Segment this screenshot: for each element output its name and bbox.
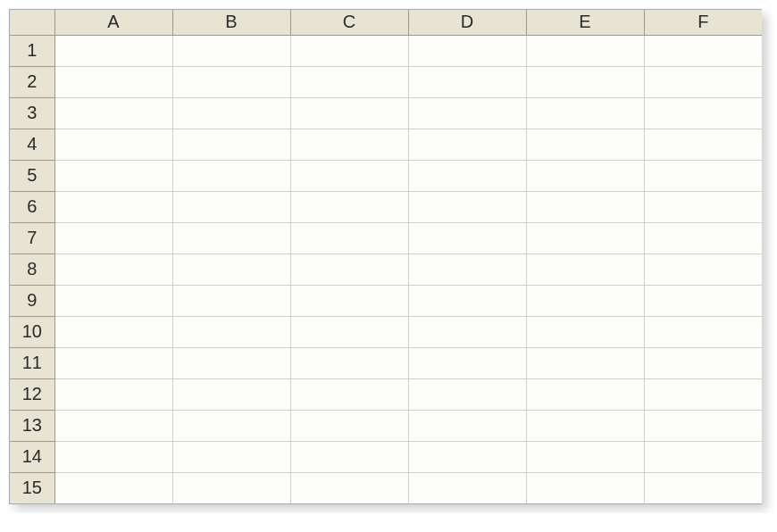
cell-C10[interactable]	[290, 316, 408, 347]
row-header-9[interactable]: 9	[10, 285, 54, 316]
cell-A4[interactable]	[54, 129, 172, 160]
cell-C7[interactable]	[290, 222, 408, 254]
row-header-14[interactable]: 14	[10, 441, 54, 472]
cell-C11[interactable]	[290, 347, 408, 378]
cell-B7[interactable]	[172, 222, 290, 254]
row-header-2[interactable]: 2	[10, 66, 54, 97]
cell-B4[interactable]	[172, 129, 290, 160]
cell-A10[interactable]	[54, 316, 172, 347]
cell-C3[interactable]	[290, 97, 408, 129]
cell-B2[interactable]	[172, 66, 290, 97]
cell-D9[interactable]	[408, 285, 526, 316]
cell-F1[interactable]	[644, 35, 762, 66]
cell-E7[interactable]	[526, 222, 644, 254]
cell-A2[interactable]	[54, 66, 172, 97]
cell-F7[interactable]	[644, 222, 762, 254]
cell-F14[interactable]	[644, 441, 762, 472]
row-header-6[interactable]: 6	[10, 191, 54, 222]
cell-C6[interactable]	[290, 191, 408, 222]
cell-F8[interactable]	[644, 254, 762, 285]
cell-B3[interactable]	[172, 97, 290, 129]
cell-B6[interactable]	[172, 191, 290, 222]
cell-B8[interactable]	[172, 254, 290, 285]
cell-F6[interactable]	[644, 191, 762, 222]
column-header-C[interactable]: C	[290, 10, 408, 35]
cell-D2[interactable]	[408, 66, 526, 97]
row-header-10[interactable]: 10	[10, 316, 54, 347]
cell-D14[interactable]	[408, 441, 526, 472]
cell-E4[interactable]	[526, 129, 644, 160]
cell-B14[interactable]	[172, 441, 290, 472]
cell-A8[interactable]	[54, 254, 172, 285]
column-header-B[interactable]: B	[172, 10, 290, 35]
row-header-1[interactable]: 1	[10, 35, 54, 66]
cell-C8[interactable]	[290, 254, 408, 285]
cell-A12[interactable]	[54, 378, 172, 410]
cell-E15[interactable]	[526, 472, 644, 503]
cell-F12[interactable]	[644, 378, 762, 410]
cell-E13[interactable]	[526, 410, 644, 441]
cell-C5[interactable]	[290, 160, 408, 191]
cell-E9[interactable]	[526, 285, 644, 316]
cell-E3[interactable]	[526, 97, 644, 129]
cell-D8[interactable]	[408, 254, 526, 285]
column-header-A[interactable]: A	[54, 10, 172, 35]
cell-F11[interactable]	[644, 347, 762, 378]
cell-D6[interactable]	[408, 191, 526, 222]
column-header-D[interactable]: D	[408, 10, 526, 35]
row-header-13[interactable]: 13	[10, 410, 54, 441]
row-header-11[interactable]: 11	[10, 347, 54, 378]
cell-F5[interactable]	[644, 160, 762, 191]
cell-D4[interactable]	[408, 129, 526, 160]
cell-E11[interactable]	[526, 347, 644, 378]
cell-C1[interactable]	[290, 35, 408, 66]
cell-A13[interactable]	[54, 410, 172, 441]
cell-A9[interactable]	[54, 285, 172, 316]
cell-A14[interactable]	[54, 441, 172, 472]
cell-D13[interactable]	[408, 410, 526, 441]
row-header-7[interactable]: 7	[10, 222, 54, 254]
cell-D1[interactable]	[408, 35, 526, 66]
cell-D15[interactable]	[408, 472, 526, 503]
cell-E2[interactable]	[526, 66, 644, 97]
cell-B13[interactable]	[172, 410, 290, 441]
cell-E10[interactable]	[526, 316, 644, 347]
cell-B1[interactable]	[172, 35, 290, 66]
cell-F10[interactable]	[644, 316, 762, 347]
cell-C2[interactable]	[290, 66, 408, 97]
cell-E12[interactable]	[526, 378, 644, 410]
cell-F9[interactable]	[644, 285, 762, 316]
cell-E1[interactable]	[526, 35, 644, 66]
cell-B5[interactable]	[172, 160, 290, 191]
cell-F4[interactable]	[644, 129, 762, 160]
cell-D10[interactable]	[408, 316, 526, 347]
cell-C15[interactable]	[290, 472, 408, 503]
cell-D11[interactable]	[408, 347, 526, 378]
column-header-F[interactable]: F	[644, 10, 762, 35]
cell-E8[interactable]	[526, 254, 644, 285]
cell-D5[interactable]	[408, 160, 526, 191]
cell-C13[interactable]	[290, 410, 408, 441]
cell-C12[interactable]	[290, 378, 408, 410]
cell-D7[interactable]	[408, 222, 526, 254]
cell-D3[interactable]	[408, 97, 526, 129]
cell-F13[interactable]	[644, 410, 762, 441]
row-header-5[interactable]: 5	[10, 160, 54, 191]
cell-D12[interactable]	[408, 378, 526, 410]
cell-C4[interactable]	[290, 129, 408, 160]
column-header-E[interactable]: E	[526, 10, 644, 35]
cell-A3[interactable]	[54, 97, 172, 129]
cell-F3[interactable]	[644, 97, 762, 129]
row-header-8[interactable]: 8	[10, 254, 54, 285]
cell-E14[interactable]	[526, 441, 644, 472]
cell-A6[interactable]	[54, 191, 172, 222]
cell-F2[interactable]	[644, 66, 762, 97]
cell-A1[interactable]	[54, 35, 172, 66]
cell-C9[interactable]	[290, 285, 408, 316]
cell-B11[interactable]	[172, 347, 290, 378]
cell-F15[interactable]	[644, 472, 762, 503]
row-header-4[interactable]: 4	[10, 129, 54, 160]
cell-E5[interactable]	[526, 160, 644, 191]
cell-A15[interactable]	[54, 472, 172, 503]
row-header-15[interactable]: 15	[10, 472, 54, 503]
